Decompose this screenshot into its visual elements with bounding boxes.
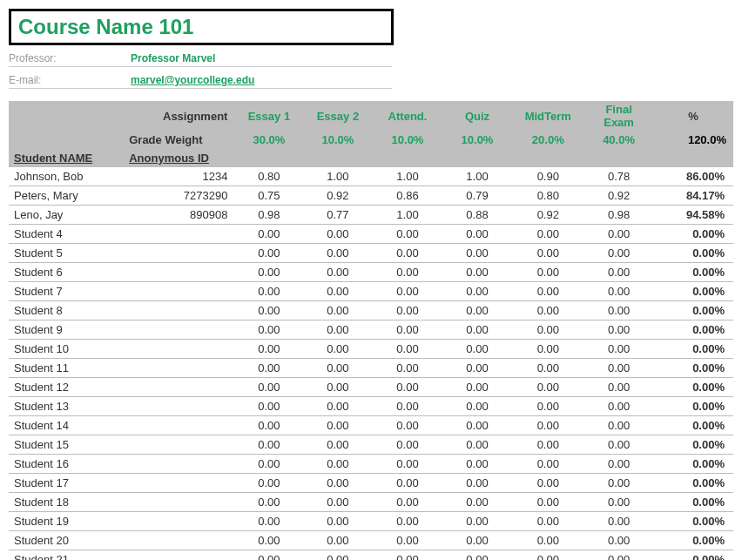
- score-cell: 0.00: [511, 531, 584, 550]
- student-id: [124, 531, 234, 550]
- table-row: Student 110.000.000.000.000.000.000.00%: [9, 359, 733, 378]
- score-cell: 0.00: [372, 359, 442, 378]
- score-cell: 0.00: [584, 435, 653, 455]
- student-name: Student 16: [9, 455, 124, 474]
- score-cell: 0.00: [234, 282, 303, 301]
- header-student-name: Student NAME: [9, 149, 124, 167]
- score-cell: 0.00: [511, 301, 584, 320]
- table-row: Student 90.000.000.000.000.000.000.00%: [9, 320, 733, 340]
- table-row: Student 120.000.000.000.000.000.000.00%: [9, 378, 733, 397]
- score-cell: 0.00: [234, 531, 303, 550]
- score-cell: 0.77: [303, 206, 372, 225]
- pct-cell: 0.00%: [653, 263, 733, 282]
- weight-5: 40.0%: [584, 131, 653, 149]
- course-title: Course Name 101: [9, 9, 394, 45]
- table-row: Student 80.000.000.000.000.000.000.00%: [9, 301, 733, 320]
- score-cell: 0.00: [234, 263, 303, 282]
- student-id: 890908: [124, 206, 234, 225]
- table-row: Student 40.000.000.000.000.000.000.00%: [9, 225, 733, 244]
- score-cell: 0.00: [372, 397, 442, 416]
- student-id: [124, 397, 234, 416]
- score-cell: 1.00: [303, 167, 372, 186]
- score-cell: 0.00: [584, 282, 653, 301]
- score-cell: 0.00: [584, 550, 653, 561]
- score-cell: 0.00: [234, 244, 303, 263]
- score-cell: 0.00: [511, 320, 584, 340]
- score-cell: 0.00: [303, 359, 372, 378]
- pct-cell: 0.00%: [653, 493, 733, 512]
- weight-0: 30.0%: [234, 131, 303, 149]
- pct-cell: 86.00%: [653, 167, 733, 186]
- score-cell: 0.00: [511, 244, 584, 263]
- student-id: [124, 244, 234, 263]
- score-cell: 0.00: [511, 493, 584, 512]
- pct-cell: 0.00%: [653, 397, 733, 416]
- pct-cell: 0.00%: [653, 455, 733, 474]
- score-cell: 0.00: [584, 512, 653, 531]
- score-cell: 0.00: [234, 550, 303, 561]
- pct-cell: 0.00%: [653, 378, 733, 397]
- pct-cell: 84.17%: [653, 186, 733, 206]
- student-name: Student 20: [9, 531, 124, 550]
- score-cell: 0.00: [303, 263, 372, 282]
- score-cell: 0.86: [372, 186, 442, 206]
- score-cell: 0.00: [372, 435, 442, 455]
- table-row: Student 170.000.000.000.000.000.000.00%: [9, 474, 733, 493]
- score-cell: 0.00: [303, 378, 372, 397]
- score-cell: 0.00: [372, 493, 442, 512]
- table-row: Student 140.000.000.000.000.000.000.00%: [9, 416, 733, 435]
- score-cell: 0.00: [303, 531, 372, 550]
- professor-label: Professor:: [9, 51, 131, 67]
- student-id: 1234: [124, 167, 234, 186]
- score-cell: 1.00: [372, 206, 442, 225]
- pct-cell: 0.00%: [653, 282, 733, 301]
- pct-cell: 0.00%: [653, 320, 733, 340]
- score-cell: 0.00: [303, 244, 372, 263]
- student-name: Student 13: [9, 397, 124, 416]
- header-col-1: Essay 2: [303, 101, 372, 131]
- student-id: [124, 282, 234, 301]
- student-name: Student 15: [9, 435, 124, 455]
- student-id: [124, 493, 234, 512]
- student-name: Student 18: [9, 493, 124, 512]
- table-row: Leno, Jay8909080.980.771.000.880.920.989…: [9, 206, 733, 225]
- student-name: Student 4: [9, 225, 124, 244]
- score-cell: 0.75: [234, 186, 303, 206]
- score-cell: 1.00: [443, 167, 512, 186]
- table-row: Student 50.000.000.000.000.000.000.00%: [9, 244, 733, 263]
- professor-value: Professor Marvel: [131, 51, 392, 67]
- student-name: Student 5: [9, 244, 124, 263]
- header-col-2: Attend.: [372, 101, 442, 131]
- score-cell: 0.00: [443, 378, 512, 397]
- pct-cell: 0.00%: [653, 474, 733, 493]
- score-cell: 0.00: [303, 512, 372, 531]
- score-cell: 1.00: [372, 167, 442, 186]
- pct-cell: 0.00%: [653, 531, 733, 550]
- score-cell: 0.00: [443, 282, 512, 301]
- score-cell: 0.00: [372, 340, 442, 359]
- score-cell: 0.98: [584, 206, 653, 225]
- score-cell: 0.00: [584, 416, 653, 435]
- score-cell: 0.00: [303, 455, 372, 474]
- student-name: Student 14: [9, 416, 124, 435]
- score-cell: 0.00: [372, 244, 442, 263]
- student-id: [124, 435, 234, 455]
- score-cell: 0.00: [234, 493, 303, 512]
- header-pct: %: [653, 101, 733, 131]
- score-cell: 0.00: [234, 474, 303, 493]
- score-cell: 0.78: [584, 167, 653, 186]
- score-cell: 0.00: [443, 359, 512, 378]
- pct-cell: 0.00%: [653, 435, 733, 455]
- score-cell: 0.00: [443, 263, 512, 282]
- header-col-3: Quiz: [443, 101, 512, 131]
- score-cell: 0.00: [584, 301, 653, 320]
- student-name: Student 9: [9, 320, 124, 340]
- score-cell: 0.98: [234, 206, 303, 225]
- table-row: Student 160.000.000.000.000.000.000.00%: [9, 455, 733, 474]
- email-value[interactable]: marvel@yourcollege.edu: [131, 72, 392, 89]
- score-cell: 0.00: [234, 416, 303, 435]
- student-name: Student 17: [9, 474, 124, 493]
- header-anonymous-id: Anonymous ID: [124, 149, 234, 167]
- score-cell: 0.00: [584, 263, 653, 282]
- student-id: [124, 301, 234, 320]
